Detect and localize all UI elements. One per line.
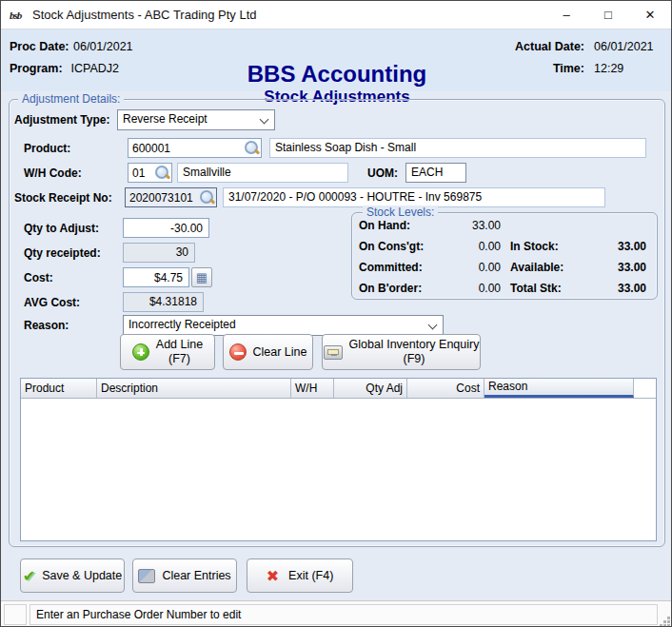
- column-header-product[interactable]: Product: [21, 379, 97, 398]
- column-header-reason[interactable]: Reason: [484, 379, 634, 398]
- avg-cost-label: AVG Cost:: [24, 296, 80, 309]
- add-line-button[interactable]: Add Line (F7): [120, 334, 215, 370]
- column-header-description[interactable]: Description: [97, 379, 291, 398]
- x-icon: ✖: [267, 567, 279, 585]
- check-icon: ✔: [23, 567, 35, 585]
- cost-label: Cost:: [24, 271, 53, 284]
- column-header-wh[interactable]: W/H: [291, 379, 334, 398]
- on-consignment-value: 0.00: [410, 240, 501, 253]
- program-value: ICPADJ2: [70, 62, 118, 79]
- adjustment-type-value: Reverse Receipt: [123, 112, 208, 126]
- qty-receipted-field: 30: [123, 243, 195, 263]
- add-line-key-label: (F7): [168, 352, 190, 365]
- total-stock-value: 33.00: [570, 282, 646, 295]
- stock-receipt-input[interactable]: [126, 191, 200, 205]
- adjustment-type-label: Adjustment Type:: [14, 113, 109, 127]
- stock-levels-group-title: Stock Levels:: [363, 206, 438, 219]
- adjustment-type-select[interactable]: Reverse Receipt: [117, 109, 275, 130]
- title-bar: Stock Adjustments - ABC Trading Pty Ltd …: [1, 1, 671, 29]
- save-update-label: Save & Update: [42, 569, 122, 582]
- status-message: Enter an Purchase Order Number to edit: [30, 604, 658, 625]
- proc-date-value: 06/01/2021: [73, 40, 133, 57]
- add-line-label: Add Line: [156, 338, 203, 351]
- global-inventory-label: Global Inventory Enquiry: [349, 338, 480, 351]
- exit-button[interactable]: ✖ Exit (F4): [247, 558, 353, 593]
- app-logo-icon: [10, 7, 27, 24]
- adjustment-lines-grid: Product Description W/H Qty Adj Cost Rea…: [20, 378, 657, 541]
- save-update-button[interactable]: ✔ Save & Update: [20, 558, 125, 593]
- available-value: 33.00: [570, 261, 646, 274]
- in-stock-value: 33.00: [570, 240, 646, 253]
- on-hand-value: 33.00: [410, 219, 501, 232]
- program-label: Program:: [10, 62, 63, 79]
- clear-line-label: Clear Line: [253, 345, 307, 359]
- minus-icon: [229, 343, 247, 361]
- adjustment-details-group-title: Adjustment Details:: [18, 92, 124, 106]
- available-label: Available:: [510, 261, 563, 274]
- avg-cost-field: $4.31818: [123, 292, 204, 312]
- actual-date-value: 06/01/2021: [594, 40, 664, 53]
- in-stock-label: In Stock:: [510, 240, 559, 253]
- stock-receipt-fieldgroup: [125, 187, 217, 207]
- clear-line-button[interactable]: Clear Line: [223, 334, 313, 370]
- status-bar-segment: [4, 604, 27, 625]
- grid-body: [21, 399, 656, 541]
- committed-value: 0.00: [410, 261, 501, 274]
- plus-icon: [132, 343, 149, 361]
- on-hand-label: On Hand:: [359, 219, 410, 232]
- app-title: BBS Accounting: [116, 61, 558, 88]
- inventory-drawer-icon: [324, 345, 343, 360]
- global-inventory-enquiry-button[interactable]: Global Inventory Enquiry (F9): [322, 334, 481, 370]
- qty-to-adjust-label: Qty to Adjust:: [24, 222, 99, 235]
- on-backorder-value: 0.00: [410, 282, 501, 295]
- uom-label: UOM:: [367, 167, 398, 180]
- grid-header-filler: [634, 379, 656, 398]
- time-label: Time:: [506, 62, 584, 75]
- maximize-button[interactable]: □: [587, 1, 629, 29]
- reason-select[interactable]: Incorrectly Receipted: [123, 315, 444, 336]
- product-description-field: Stainless Soap Dish - Small: [269, 138, 646, 158]
- chevron-down-icon: [260, 115, 269, 125]
- grid-header-row: Product Description W/H Qty Adj Cost Rea…: [21, 379, 656, 399]
- wh-name-field: Smallville: [177, 163, 348, 183]
- search-icon[interactable]: [155, 166, 169, 180]
- chevron-down-icon: [428, 321, 438, 330]
- search-icon[interactable]: [200, 190, 214, 205]
- clear-entries-button[interactable]: Clear Entries: [132, 558, 237, 593]
- minimize-button[interactable]: –: [545, 1, 587, 29]
- qty-receipted-label: Qty receipted:: [24, 246, 101, 260]
- calculator-icon[interactable]: ▦: [191, 267, 212, 287]
- exit-label: Exit (F4): [288, 569, 333, 582]
- product-code-fieldgroup: [128, 138, 262, 158]
- global-inventory-key-label: (F9): [404, 352, 425, 365]
- close-button[interactable]: ✕: [629, 1, 671, 29]
- total-stock-label: Total Stk:: [510, 282, 562, 295]
- resize-grip-icon[interactable]: [663, 620, 666, 623]
- cost-input[interactable]: [123, 267, 189, 287]
- reason-label: Reason:: [24, 319, 69, 332]
- app-window: Stock Adjustments - ABC Trading Pty Ltd …: [0, 0, 672, 627]
- product-code-input[interactable]: [128, 142, 245, 155]
- product-label: Product:: [24, 142, 70, 155]
- time-value: 12:29: [594, 62, 664, 75]
- window-title: Stock Adjustments - ABC Trading Pty Ltd: [32, 1, 257, 29]
- reason-value: Incorrectly Receipted: [128, 318, 236, 331]
- qty-to-adjust-input[interactable]: [123, 218, 209, 238]
- search-icon[interactable]: [245, 141, 259, 155]
- wh-code-fieldgroup: [128, 163, 172, 183]
- column-header-cost[interactable]: Cost: [407, 379, 484, 398]
- uom-field: EACH: [405, 163, 466, 183]
- wh-code-input[interactable]: [128, 167, 155, 180]
- stock-receipt-description-field: 31/07/2020 - P/O 000093 - HOUTRE - Inv 5…: [223, 187, 605, 207]
- status-bar: Enter an Purchase Order Number to edit: [1, 600, 671, 627]
- actual-date-label: Actual Date:: [506, 40, 584, 53]
- eraser-icon: [138, 569, 155, 583]
- header: Proc Date: 06/01/2021 Program: ICPADJ2 B…: [2, 29, 672, 91]
- wh-code-label: W/H Code:: [24, 167, 82, 180]
- column-header-qty-adj[interactable]: Qty Adj: [334, 379, 407, 398]
- stock-receipt-label: Stock Receipt No:: [14, 191, 112, 205]
- clear-entries-label: Clear Entries: [162, 569, 230, 582]
- proc-date-label: Proc Date:: [10, 40, 69, 57]
